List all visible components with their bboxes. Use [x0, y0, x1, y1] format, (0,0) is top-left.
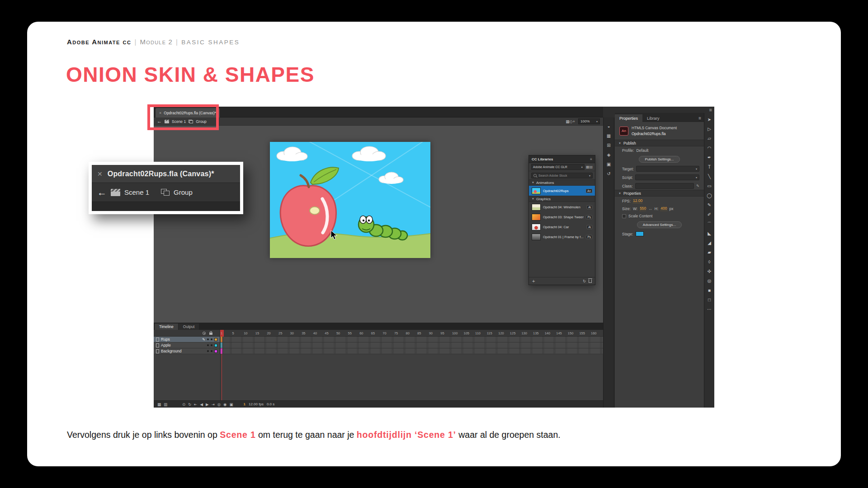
sync-icon[interactable]: ↻ [583, 279, 586, 283]
layer-frames[interactable] [220, 343, 603, 348]
publish-settings-button[interactable]: Publish Settings... [639, 156, 679, 163]
list-view-icon[interactable]: ▤ [589, 165, 593, 169]
tab-timeline[interactable]: Timeline [155, 324, 178, 330]
panel-menu-icon[interactable]: ≡ [696, 114, 704, 122]
brush-tool-icon[interactable]: ✐ [704, 210, 715, 219]
layer-color-chip[interactable] [214, 350, 217, 353]
search-input[interactable]: Search Adobe Stock ▾ [531, 173, 593, 178]
layer-visibility-dot[interactable] [207, 344, 209, 346]
layer-color-chip[interactable] [214, 338, 217, 341]
height-value[interactable]: 400 [660, 206, 667, 211]
width-tool-icon[interactable]: ◊ [704, 257, 715, 267]
loop-icon[interactable]: ↻ [188, 402, 191, 407]
target-select[interactable]: ▾ [636, 166, 699, 172]
frame-rate[interactable]: 12.00 fps [249, 402, 264, 406]
oval-tool-icon[interactable]: ◯ [704, 191, 715, 200]
pencil-icon[interactable]: ✎ [696, 184, 699, 188]
section-publish[interactable]: ▼ Publish [615, 140, 704, 146]
selection-tool-icon[interactable]: ➤ [704, 115, 715, 124]
scale-content-checkbox[interactable] [622, 214, 626, 218]
library-item[interactable]: Opdracht 03: Shape Tween Ps [529, 212, 595, 222]
rectangle-tool-icon[interactable]: ▭ [704, 181, 715, 191]
timeline-splitter[interactable] [220, 337, 221, 400]
window-menu-icon[interactable]: ≡ [709, 107, 712, 113]
layer-visibility-dot[interactable] [207, 338, 209, 340]
line-tool-icon[interactable]: ╲ [704, 172, 715, 181]
free-transform-tool-icon[interactable]: ▱ [704, 134, 715, 143]
back-arrow-icon: ← [97, 188, 107, 197]
add-icon[interactable]: + [532, 278, 535, 284]
zoom-select[interactable]: 100% ▾ [578, 118, 600, 124]
library-item[interactable]: Opdracht 04: Windmolen Ai [529, 202, 595, 212]
layer-name[interactable]: Rups [161, 337, 200, 342]
link-dimensions-icon[interactable]: ↔ [648, 206, 652, 211]
layer-visibility-dot[interactable] [207, 350, 209, 352]
center-frame-icon[interactable]: ⊙ [182, 402, 185, 407]
delete-layer-icon[interactable]: ▥ [164, 402, 167, 407]
script-select[interactable]: ▾ [635, 174, 699, 180]
close-icon: ✕ [97, 170, 103, 178]
layer-color-chip[interactable] [214, 344, 217, 347]
layer-lock-dot[interactable] [211, 350, 212, 352]
library-item[interactable]: Opdracht 01 | Frame by f... Ps [529, 232, 595, 242]
hand-tool-icon[interactable]: ✣ [704, 267, 715, 276]
pen-tool-icon[interactable]: ✒ [704, 153, 715, 162]
section-properties[interactable]: ▼ Properties [615, 190, 704, 197]
subselection-tool-icon[interactable]: ▷ [704, 124, 715, 134]
lock-column-icon[interactable] [209, 333, 212, 335]
timeline-ruler[interactable]: 1510152025303540455055606570758085909510… [220, 330, 603, 336]
frame-number: 125 [509, 331, 521, 335]
stroke-color-icon[interactable]: ■ [704, 286, 715, 295]
zoom-tool-icon[interactable]: ◎ [704, 276, 715, 286]
onion-skin-outlines-icon[interactable]: ◉ [223, 402, 226, 407]
visibility-column-icon[interactable] [203, 332, 206, 335]
color-panel-icon[interactable]: ◒ [607, 124, 610, 129]
transform-panel-icon[interactable]: ▣ [607, 162, 611, 167]
class-input[interactable] [635, 183, 694, 189]
layer-frames[interactable] [220, 348, 603, 354]
layer-name[interactable]: Apple [161, 343, 205, 347]
library-item[interactable]: Opdracht 04: Car Ai [529, 222, 595, 232]
tab-library[interactable]: Library [642, 114, 664, 122]
bone-tool-icon[interactable]: ⌒ [704, 219, 715, 229]
library-item-selected[interactable]: Opdracht02Rups An [529, 186, 595, 196]
history-panel-icon[interactable]: ↺ [607, 171, 610, 176]
lasso-tool-icon[interactable]: ◠ [704, 143, 715, 153]
layer-frames[interactable] [220, 337, 603, 342]
tab-properties[interactable]: Properties [615, 114, 642, 122]
info-panel-icon[interactable]: ◈ [607, 152, 611, 157]
section-graphics[interactable]: ▼ Graphics [529, 196, 595, 202]
tool-options-icon[interactable]: ⋯ [704, 305, 715, 314]
delete-icon[interactable] [589, 279, 592, 283]
section-animations[interactable]: ▼ Animations [529, 179, 595, 186]
stage-canvas[interactable] [270, 142, 430, 258]
symbol-edit-icon[interactable]: ◇ [570, 119, 573, 124]
library-select[interactable]: Adobe Animate CC GLR ▾ [531, 164, 585, 170]
width-value[interactable]: 550 [640, 206, 646, 211]
clip-icon[interactable]: ▦ [566, 119, 570, 124]
frame-back-icon[interactable]: ◀ [200, 402, 203, 407]
layer-lock-dot[interactable] [211, 344, 212, 346]
onion-skin-icon[interactable]: ◎ [217, 402, 221, 407]
tab-output[interactable]: Output [179, 324, 199, 330]
step-back-icon[interactable]: ⇤ [194, 402, 197, 407]
paint-bucket-tool-icon[interactable]: ◣ [704, 229, 715, 238]
eraser-tool-icon[interactable]: ▰ [704, 248, 715, 257]
pencil-tool-icon[interactable]: ✎ [704, 200, 715, 210]
eyedropper-tool-icon[interactable]: ◢ [704, 238, 715, 248]
panel-menu-icon[interactable]: ≡ [590, 157, 592, 161]
advanced-settings-button[interactable]: Advanced Settings... [637, 221, 682, 228]
stage-color-swatch[interactable] [636, 231, 644, 236]
align-panel-icon[interactable]: ⊞ [607, 143, 610, 148]
fps-value[interactable]: 12.00 [633, 198, 642, 203]
edit-multiple-frames-icon[interactable]: ▣ [230, 402, 233, 407]
new-layer-icon[interactable]: ▦ [157, 402, 161, 407]
fill-color-icon[interactable]: □ [704, 295, 715, 305]
layer-name[interactable]: Background [161, 349, 205, 353]
swatches-panel-icon[interactable]: ▦ [607, 133, 611, 138]
text-tool-icon[interactable]: T [704, 162, 715, 172]
play-icon[interactable]: ▶ [206, 402, 209, 407]
center-stage-icon[interactable]: + [573, 119, 575, 124]
step-forward-icon[interactable]: ⇥ [212, 402, 215, 407]
layer-lock-dot[interactable] [211, 338, 212, 340]
